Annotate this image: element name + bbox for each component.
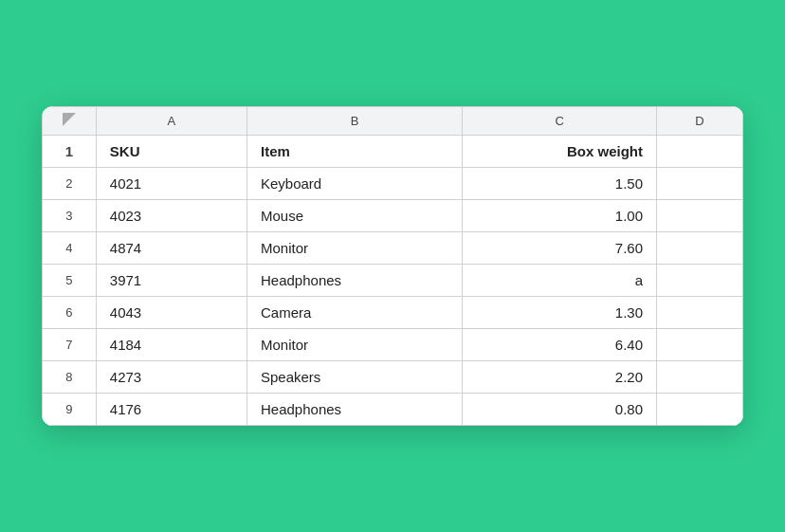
col-header-c: C bbox=[463, 107, 657, 136]
cell-item[interactable]: Monitor bbox=[247, 329, 463, 361]
cell-item[interactable]: Camera bbox=[247, 297, 463, 329]
cell-item[interactable]: Speakers bbox=[247, 361, 463, 394]
cell-d[interactable] bbox=[657, 232, 743, 265]
cell-item[interactable]: Headphones bbox=[247, 265, 463, 297]
cell-d[interactable] bbox=[657, 265, 743, 297]
row-number: 6 bbox=[43, 297, 97, 329]
table-row: 74184Monitor6.40 bbox=[43, 329, 743, 361]
cell-d[interactable] bbox=[657, 329, 743, 361]
table-row: 84273Speakers2.20 bbox=[43, 361, 743, 394]
cell-item[interactable]: Monitor bbox=[247, 232, 463, 265]
table-row: 34023Mouse1.00 bbox=[43, 200, 743, 232]
cell-box-weight[interactable]: 7.60 bbox=[463, 232, 657, 265]
cell-item[interactable]: Item bbox=[247, 136, 463, 168]
cell-d[interactable] bbox=[657, 200, 743, 232]
cell-d[interactable] bbox=[657, 394, 743, 426]
table-row: 53971Headphonesa bbox=[43, 265, 743, 297]
col-header-d: D bbox=[657, 107, 743, 136]
cell-d[interactable] bbox=[657, 168, 743, 200]
cell-item[interactable]: Keyboard bbox=[247, 168, 463, 200]
row-number: 1 bbox=[43, 136, 97, 168]
cell-sku[interactable]: 4273 bbox=[96, 361, 246, 394]
cell-box-weight[interactable]: 2.20 bbox=[463, 361, 657, 394]
cell-box-weight[interactable]: 6.40 bbox=[463, 329, 657, 361]
table-row: 24021Keyboard1.50 bbox=[43, 168, 743, 200]
cell-d[interactable] bbox=[657, 297, 743, 329]
row-number: 5 bbox=[43, 265, 97, 297]
cell-box-weight[interactable]: 1.00 bbox=[463, 200, 657, 232]
row-number: 8 bbox=[43, 361, 97, 394]
spreadsheet-table: A B C D 1SKUItemBox weight24021Keyboard1… bbox=[42, 106, 743, 426]
cell-box-weight[interactable]: 1.30 bbox=[463, 297, 657, 329]
cell-item[interactable]: Headphones bbox=[247, 394, 463, 426]
cell-sku[interactable]: 4874 bbox=[96, 232, 246, 265]
cell-item[interactable]: Mouse bbox=[247, 200, 463, 232]
cell-box-weight[interactable]: 1.50 bbox=[463, 168, 657, 200]
cell-box-weight[interactable]: 0.80 bbox=[463, 394, 657, 426]
cell-sku[interactable]: 4023 bbox=[96, 200, 246, 232]
table-row: 1SKUItemBox weight bbox=[43, 136, 743, 168]
row-number: 3 bbox=[43, 200, 97, 232]
table-row: 64043Camera1.30 bbox=[43, 297, 743, 329]
cell-d[interactable] bbox=[657, 361, 743, 394]
column-header-row: A B C D bbox=[43, 107, 743, 136]
cell-sku[interactable]: SKU bbox=[96, 136, 246, 168]
cell-box-weight[interactable]: Box weight bbox=[463, 136, 657, 168]
table-row: 94176Headphones0.80 bbox=[43, 394, 743, 426]
row-number: 9 bbox=[43, 394, 97, 426]
cell-sku[interactable]: 3971 bbox=[96, 265, 246, 297]
corner-triangle-icon bbox=[63, 113, 76, 126]
cell-box-weight[interactable]: a bbox=[463, 265, 657, 297]
col-header-b: B bbox=[247, 107, 463, 136]
table-row: 44874Monitor7.60 bbox=[43, 232, 743, 265]
col-header-a: A bbox=[96, 107, 246, 136]
corner-cell bbox=[43, 107, 97, 136]
spreadsheet: A B C D 1SKUItemBox weight24021Keyboard1… bbox=[42, 106, 743, 426]
row-number: 4 bbox=[43, 232, 97, 265]
cell-d[interactable] bbox=[657, 136, 743, 168]
cell-sku[interactable]: 4043 bbox=[96, 297, 246, 329]
cell-sku[interactable]: 4021 bbox=[96, 168, 246, 200]
row-number: 2 bbox=[43, 168, 97, 200]
row-number: 7 bbox=[43, 329, 97, 361]
cell-sku[interactable]: 4176 bbox=[96, 394, 246, 426]
cell-sku[interactable]: 4184 bbox=[96, 329, 246, 361]
table-body: 1SKUItemBox weight24021Keyboard1.5034023… bbox=[43, 136, 743, 426]
